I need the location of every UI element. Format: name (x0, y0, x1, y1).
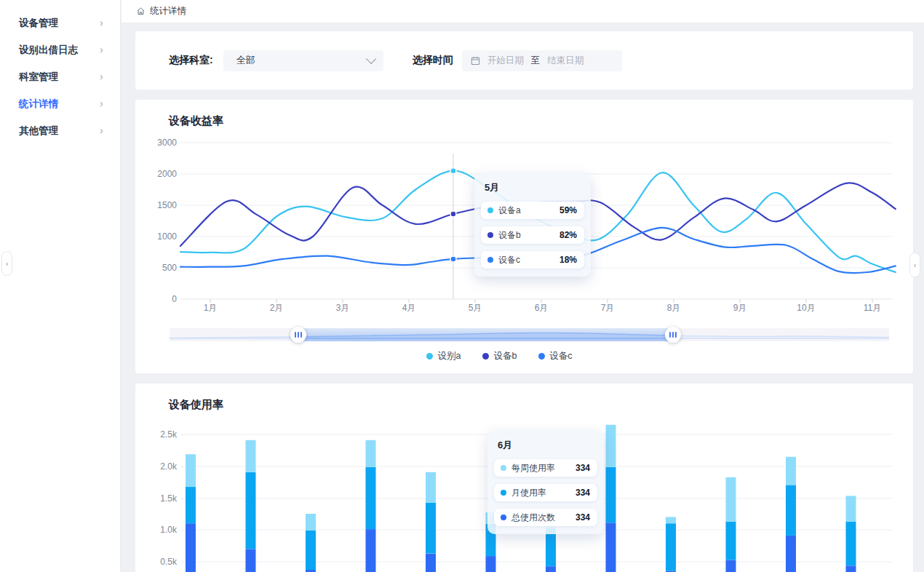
sidebar-item-label: 统计详情 (19, 98, 58, 111)
x-axis-label: 11月 (864, 302, 881, 314)
usage-chart-card: 设备使用率 2.5k 2.0k 1.5k 1.0k 0.5k 6月 每周使用率 … (135, 384, 913, 572)
y-axis-label: 3000 (143, 138, 177, 148)
chevron-right-icon: › (99, 98, 104, 111)
chevron-right-icon: › (99, 44, 104, 57)
x-axis-label: 7月 (601, 302, 615, 314)
revenue-chart-card: 设备收益率 3000 2000 1500 1000 500 0 1月 2月 3月… (135, 100, 913, 373)
legend-item-series-c[interactable]: 设备c (538, 350, 572, 362)
date-range-separator: 至 (531, 55, 541, 67)
tooltip-row: 设备a 59% (481, 202, 584, 219)
date-range-picker[interactable]: 开始日期 至 结束日期 (462, 50, 622, 71)
legend-item-series-a[interactable]: 设别a (426, 350, 461, 362)
tooltip-title: 5月 (485, 181, 584, 194)
department-select-value: 全部 (236, 54, 255, 67)
series-dot (501, 465, 506, 471)
datazoom-track[interactable] (170, 328, 889, 341)
tooltip-row: 设备c 18% (481, 251, 584, 269)
datazoom-unselected-right (673, 328, 889, 341)
y-axis-label: 2000 (143, 169, 177, 179)
x-axis-label: 6月 (535, 302, 549, 314)
line-chart-tooltip: 5月 设备a 59% 设备b 82% 设备c 18% (474, 172, 591, 277)
sidebar-item-lend-log[interactable]: 设别出借日志 › (0, 36, 120, 63)
y-axis-label: 500 (143, 263, 177, 273)
breadcrumb-title: 统计详情 (150, 5, 186, 17)
datazoom-right-handle[interactable] (665, 327, 681, 343)
time-filter-label: 选择时间 (413, 54, 453, 67)
tooltip-row: 总使用次数 334 (494, 509, 597, 526)
sidebar-item-other[interactable]: 其他管理 › (0, 117, 120, 144)
sidebar-item-label: 科室管理 (19, 71, 58, 84)
legend-item-series-b[interactable]: 设备b (482, 350, 517, 362)
chevron-right-icon: › (99, 124, 104, 138)
series-dot (487, 257, 493, 263)
x-axis-label: 4月 (402, 302, 416, 314)
legend-dot (426, 353, 433, 360)
x-axis-label: 2月 (270, 302, 284, 314)
x-axis-label: 3月 (336, 302, 350, 314)
series-dot (487, 232, 493, 238)
start-date-input[interactable]: 开始日期 (487, 55, 524, 67)
x-axis-label: 5月 (469, 302, 482, 314)
datazoom-unselected-left (170, 328, 298, 341)
y-axis-label: 0 (143, 294, 177, 304)
y-axis-label: 1.0k (143, 525, 177, 535)
sidebar: 设备管理 › 设别出借日志 › 科室管理 › 统计详情 › 其他管理 › (0, 0, 121, 572)
tooltip-row: 设备b 82% (481, 226, 584, 244)
y-axis-label: 1.5k (143, 493, 177, 504)
sidebar-item-label: 设备管理 (19, 17, 58, 30)
sidebar-item-device-management[interactable]: 设备管理 › (0, 9, 120, 36)
bar-chart-tooltip: 6月 每周使用率 334 月使用率 334 总使用次数 334 (487, 430, 604, 534)
legend-dot (538, 353, 545, 360)
department-select[interactable]: 全部 (223, 50, 383, 71)
main-content: 统计详情 选择科室: 全部 选择时间 开始日期 至 结束日期 设备收益率 300… (122, 0, 924, 572)
legend-dot (482, 353, 489, 360)
datazoom-slider[interactable] (170, 328, 889, 341)
panel-collapse-button[interactable]: ‹ (909, 253, 920, 277)
sidebar-item-label: 设别出借日志 (19, 44, 78, 57)
chevron-right-icon: › (99, 17, 104, 30)
chevron-right-icon: › (4, 259, 9, 269)
x-axis-label: 8月 (667, 302, 681, 314)
tooltip-title: 6月 (498, 439, 597, 452)
x-axis-label: 9月 (733, 302, 747, 314)
y-axis-label: 1000 (143, 231, 177, 242)
y-axis-label: 1500 (143, 200, 177, 210)
datazoom-left-handle[interactable] (290, 327, 306, 343)
sidebar-expand-button[interactable]: › (1, 251, 12, 276)
tooltip-row: 每周使用率 334 (494, 459, 597, 477)
series-dot (487, 207, 493, 213)
series-dot (501, 515, 506, 520)
sidebar-item-department[interactable]: 科室管理 › (0, 63, 120, 90)
breadcrumb: 统计详情 (122, 0, 924, 23)
end-date-input[interactable]: 结束日期 (547, 55, 584, 67)
x-axis-label: 10月 (797, 302, 815, 314)
sidebar-item-statistics[interactable]: 统计详情 › (0, 90, 120, 117)
filter-bar: 选择科室: 全部 选择时间 开始日期 至 结束日期 (135, 31, 913, 90)
y-axis-label: 0.5k (143, 557, 177, 567)
x-axis-label: 1月 (204, 302, 218, 314)
series-dot (501, 490, 506, 496)
y-axis-label: 2.5k (143, 429, 177, 440)
chevron-left-icon: ‹ (912, 261, 917, 270)
tooltip-row: 月使用率 334 (494, 484, 597, 501)
department-filter-label: 选择科室: (169, 54, 213, 67)
home-icon (136, 7, 146, 16)
chevron-down-icon (366, 54, 376, 64)
calendar-icon (471, 56, 480, 65)
chevron-right-icon: › (99, 71, 104, 84)
line-chart-legend: 设别a 设备b 设备c (111, 350, 888, 362)
y-axis-label: 2.0k (143, 461, 177, 472)
sidebar-item-label: 其他管理 (19, 124, 58, 138)
